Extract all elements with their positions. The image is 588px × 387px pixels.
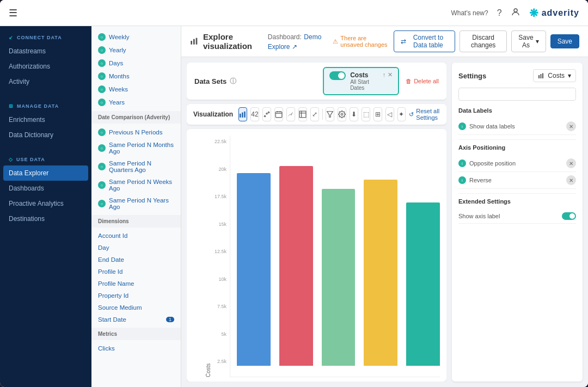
reverse-row: i Reverse ✕ [458, 172, 576, 189]
reverse-toggle[interactable]: ✕ [566, 175, 576, 185]
sidebar-item-datastreams[interactable]: Datastreams [0, 44, 91, 59]
scatter-chart-button[interactable] [262, 107, 271, 121]
dataset-upload-icon[interactable]: ↑ [383, 71, 386, 78]
panel-item-start-date[interactable]: Start Date 1 [91, 314, 181, 325]
dashboard-info: Dashboard: Demo Explore ↗ [268, 32, 333, 51]
convert-to-datatable-button[interactable]: ⇄ Convert to Data table [394, 30, 455, 52]
sidebar-item-authorizations[interactable]: Authorizations [0, 59, 91, 74]
chart-container: Costs 22.5k 20k 17.5k 15k 12.5k 10k 7.5k… [187, 129, 446, 382]
svg-rect-14 [299, 111, 306, 118]
main-layout: ↙ CONNECT DATA Datastreams Authorization… [0, 26, 588, 387]
panel-item-account-id[interactable]: Account Id [91, 230, 181, 242]
panel-item-same-quarters[interactable]: ○ Same Period N Quarters Ago [91, 157, 181, 176]
svg-point-18 [341, 113, 344, 115]
sidebar-item-enrichments[interactable]: Enrichments [0, 112, 91, 127]
chart-y-axis: 22.5k 20k 17.5k 15k 12.5k 10k 7.5k 5k 2.… [211, 136, 230, 377]
palette-button[interactable]: ⬚ [362, 107, 370, 121]
svg-rect-4 [240, 114, 241, 118]
sidebar-item-data-dictionary[interactable]: Data Dictionary [0, 127, 91, 143]
number-chart-button[interactable]: 42 [250, 107, 259, 121]
viz-toolbar: Visualization 42 [187, 104, 446, 125]
svg-point-7 [264, 115, 265, 116]
metric-select[interactable]: Costs ▾ [533, 69, 576, 82]
convert-icon: ⇄ [401, 38, 406, 45]
save-as-button[interactable]: Save As ▾ [511, 30, 546, 52]
settings-header: Settings Costs ▾ [458, 69, 576, 82]
panel-item-months[interactable]: ○ Months [91, 70, 181, 83]
panel-item-property-id[interactable]: Property Id [91, 290, 181, 302]
panel-item-end-date[interactable]: End Date [91, 254, 181, 266]
circle-icon: ○ [98, 163, 106, 170]
calendar-button[interactable] [274, 107, 283, 121]
expand-button[interactable]: ⤢ [310, 107, 319, 121]
unsaved-warning: ⚠ There are unsaved changes [333, 35, 389, 48]
panel-item-days[interactable]: ○ Days [91, 57, 181, 70]
toolbar-right: ⚠ There are unsaved changes ⇄ Convert to… [333, 30, 579, 52]
settings-search-input[interactable] [458, 88, 576, 101]
star-button[interactable]: ✦ [397, 107, 406, 121]
menu-toggle[interactable]: ☰ [9, 7, 17, 19]
filter-button[interactable] [326, 107, 334, 121]
settings2-button[interactable] [338, 107, 346, 121]
panel-item-source-medium[interactable]: Source Medium [91, 302, 181, 314]
area-chart-button[interactable] [286, 107, 295, 121]
panel-item-profile-name[interactable]: Profile Name [91, 278, 181, 290]
grid-button[interactable]: ⊞ [373, 107, 382, 121]
info-icon: i [458, 176, 466, 184]
left-arrow-button[interactable]: ◁ [385, 107, 394, 121]
download-button[interactable]: ⬇ [350, 107, 358, 121]
discard-changes-button[interactable]: Discard changes [460, 30, 507, 52]
panel-item-day[interactable]: Day [91, 242, 181, 254]
circle-icon: ○ [98, 46, 106, 54]
settings-title: Settings [458, 72, 486, 80]
panel-item-profile-id[interactable]: Profile Id [91, 266, 181, 278]
svg-rect-1 [191, 41, 192, 45]
panel-item-same-months[interactable]: ○ Same Period N Months Ago [91, 139, 181, 157]
reset-all-settings-button[interactable]: ↺ Reset all Settings [409, 108, 440, 121]
circle-icon: ○ [98, 72, 106, 80]
user-icon[interactable] [511, 7, 520, 19]
datasets-header: Data Sets ⓘ Costs [187, 63, 446, 100]
sidebar-item-proactive-analytics[interactable]: Proactive Analytics [0, 196, 91, 211]
panel-item-same-weeks[interactable]: ○ Same Period N Weeks Ago [91, 176, 181, 194]
metrics-header: Metrics [91, 328, 181, 340]
svg-rect-5 [242, 113, 243, 118]
dataset-delete-icon[interactable]: ✕ [388, 71, 393, 78]
content-area: Explore visualization Dashboard: Demo Ex… [181, 26, 588, 387]
panel-item-yearly[interactable]: ○ Yearly [91, 44, 181, 57]
panel-item-clicks[interactable]: Clicks [91, 342, 181, 354]
delete-all-button[interactable]: 🗑 Delete all [406, 78, 439, 84]
panel-item-weekly[interactable]: ○ Weekly [91, 30, 181, 44]
sidebar-item-dashboards[interactable]: Dashboards [0, 181, 91, 196]
dataset-toggle[interactable] [329, 71, 346, 80]
save-button[interactable]: Save [550, 34, 579, 48]
sidebar-item-data-explorer[interactable]: Data Explorer [3, 165, 88, 181]
start-date-badge: 1 [166, 317, 174, 322]
panel-item-years[interactable]: ○ Years [91, 96, 181, 109]
show-data-labels-toggle[interactable]: ✕ [566, 121, 576, 131]
viz-left: Data Sets ⓘ Costs [187, 63, 446, 382]
circle-icon: ○ [98, 144, 106, 152]
bar-group [322, 139, 356, 366]
opposite-position-toggle[interactable]: ✕ [566, 158, 576, 168]
help-icon[interactable]: ? [497, 8, 502, 18]
sidebar-item-destinations[interactable]: Destinations [0, 211, 91, 226]
chart-bars [230, 136, 440, 377]
panel-item-same-years[interactable]: ○ Same Period N Years Ago [91, 194, 181, 213]
reverse-label: i Reverse [458, 176, 492, 184]
datasets-info-icon[interactable]: ⓘ [230, 77, 236, 86]
panel-item-prev-n[interactable]: ○ Previous N Periods [91, 126, 181, 139]
circle-icon: ○ [98, 128, 106, 136]
table-button[interactable] [298, 107, 307, 121]
panel-item-weeks[interactable]: ○ Weeks [91, 83, 181, 96]
info-icon: i [458, 122, 466, 130]
bar-chart-icon [190, 36, 199, 47]
whats-new-link[interactable]: What's new? [451, 9, 488, 17]
sidebar-section-connect: ↙ CONNECT DATA Datastreams Authorization… [0, 26, 91, 95]
circle-icon: ○ [98, 85, 106, 93]
show-axis-label-toggle[interactable] [562, 212, 576, 220]
sidebar: ↙ CONNECT DATA Datastreams Authorization… [0, 26, 91, 387]
bar-red [279, 166, 313, 366]
bar-chart-button[interactable] [238, 107, 247, 121]
sidebar-item-activity[interactable]: Activity [0, 74, 91, 89]
